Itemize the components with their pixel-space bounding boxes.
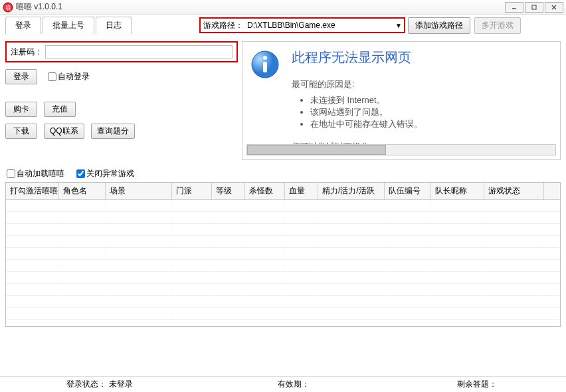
game-path-label: 游戏路径：: [201, 20, 246, 31]
table-cell: [285, 265, 318, 266]
table-cell: [172, 277, 212, 278]
table-cell: [484, 289, 544, 290]
table-cell: [484, 277, 544, 278]
maximize-button[interactable]: [525, 2, 543, 13]
table-cell: [6, 229, 59, 231]
table-cell: [172, 265, 212, 266]
mid-check-row: 自动加载嘻嘻 关闭异常游戏: [0, 165, 566, 182]
table-row[interactable]: [6, 224, 560, 236]
minimize-button[interactable]: [505, 2, 523, 13]
svg-text:嘻: 嘻: [5, 4, 11, 11]
auto-load-input[interactable]: [7, 169, 15, 178]
table-row[interactable]: [6, 308, 560, 320]
info-icon: [249, 49, 281, 80]
close-abnormal-checkbox[interactable]: 关闭异常游戏: [76, 168, 134, 179]
main-area: 注册码： 登录 自动登录 购卡 充值 下载 QQ联系 查询题分: [0, 36, 566, 165]
status-expire: 有效期：: [278, 379, 312, 390]
tab-batch[interactable]: 批量上号: [43, 17, 94, 34]
close-abnormal-input[interactable]: [76, 169, 85, 178]
status-bar: 登录状态： 未登录 有效期： 剩余答题：: [0, 376, 566, 392]
grid-header-school[interactable]: 门派: [172, 183, 212, 199]
tab-log[interactable]: 日志: [96, 17, 132, 34]
table-row[interactable]: [6, 296, 560, 308]
grid-header-activate[interactable]: 打勾激活嘻嘻: [6, 183, 59, 199]
table-row[interactable]: [6, 212, 560, 224]
grid-header-role[interactable]: 角色名: [59, 183, 106, 199]
reg-code-label: 注册码：: [11, 47, 43, 58]
table-cell: [6, 241, 59, 243]
table-cell: [59, 217, 106, 219]
table-cell: [431, 289, 484, 290]
table-cell: [318, 313, 385, 314]
grid-header-scene[interactable]: 场景: [106, 183, 172, 199]
query-score-button[interactable]: 查询题分: [91, 124, 135, 139]
table-cell: [245, 241, 285, 243]
table-cell: [318, 289, 385, 290]
table-cell: [106, 241, 172, 243]
buy-card-button[interactable]: 购卡: [5, 102, 37, 117]
table-cell: [106, 217, 172, 219]
grid-header-kills[interactable]: 杀怪数: [245, 183, 285, 199]
game-path-select[interactable]: 游戏路径： D:\XTLBB\Bin\Game.exe ▼: [199, 17, 405, 33]
tab-bar: 登录 批量上号 日志: [5, 17, 133, 34]
table-cell: [172, 289, 212, 290]
tab-login[interactable]: 登录: [5, 17, 41, 34]
add-game-path-button[interactable]: 添加游戏路径: [408, 17, 470, 34]
scrollbar-thumb[interactable]: [247, 145, 386, 155]
table-cell: [431, 241, 484, 243]
table-cell: [212, 229, 245, 231]
table-cell: [484, 265, 544, 266]
table-cell: [431, 229, 484, 231]
table-cell: [245, 301, 285, 302]
auto-load-checkbox[interactable]: 自动加载嘻嘻: [7, 168, 64, 179]
table-cell: [285, 301, 318, 302]
table-cell: [484, 217, 544, 219]
login-button[interactable]: 登录: [5, 69, 37, 84]
table-cell: [318, 205, 385, 207]
table-cell: [431, 313, 484, 314]
grid-header-energy[interactable]: 精力/活力/活跃: [318, 183, 385, 199]
auto-login-input[interactable]: [48, 72, 56, 81]
grid-header-leader[interactable]: 队长昵称: [431, 183, 484, 199]
table-cell: [59, 265, 106, 266]
table-cell: [318, 277, 385, 278]
table-cell: [106, 253, 172, 254]
table-cell: [59, 313, 106, 314]
table-cell: [212, 253, 245, 254]
table-cell: [6, 253, 59, 254]
table-row[interactable]: [6, 200, 560, 212]
table-row[interactable]: [6, 284, 560, 296]
table-cell: [285, 277, 318, 278]
table-row[interactable]: [6, 260, 560, 272]
status-login: 登录状态： 未登录: [66, 379, 133, 390]
table-cell: [212, 289, 245, 290]
horizontal-scrollbar[interactable]: [246, 144, 556, 155]
download-button[interactable]: 下载: [5, 124, 37, 139]
table-row[interactable]: [6, 272, 560, 284]
table-cell: [245, 229, 285, 231]
reg-code-input[interactable]: [45, 45, 233, 58]
grid-header-team[interactable]: 队伍编号: [385, 183, 431, 199]
window-controls: [505, 2, 563, 13]
grid-header-level[interactable]: 等级: [212, 183, 245, 199]
grid-header-hp[interactable]: 血量: [285, 183, 318, 199]
close-button[interactable]: [545, 2, 563, 13]
table-row[interactable]: [6, 248, 560, 260]
table-cell: [285, 229, 318, 231]
table-cell: [6, 289, 59, 290]
ie-reason-2: 该网站遇到了问题。: [310, 106, 423, 118]
recharge-button[interactable]: 充值: [44, 102, 76, 117]
grid-header-state[interactable]: 游戏状态: [484, 183, 544, 199]
grid-body[interactable]: [6, 200, 560, 326]
multi-open-button[interactable]: 多开游戏: [474, 17, 521, 34]
table-cell: [106, 301, 172, 302]
table-cell: [6, 217, 59, 219]
table-cell: [285, 217, 318, 219]
status-expire-label: 有效期：: [278, 379, 310, 390]
table-row[interactable]: [6, 236, 560, 248]
qq-contact-button[interactable]: QQ联系: [44, 124, 84, 139]
auto-login-checkbox[interactable]: 自动登录: [48, 71, 90, 82]
table-cell: [59, 277, 106, 278]
table-cell: [6, 205, 59, 207]
table-cell: [318, 217, 385, 219]
